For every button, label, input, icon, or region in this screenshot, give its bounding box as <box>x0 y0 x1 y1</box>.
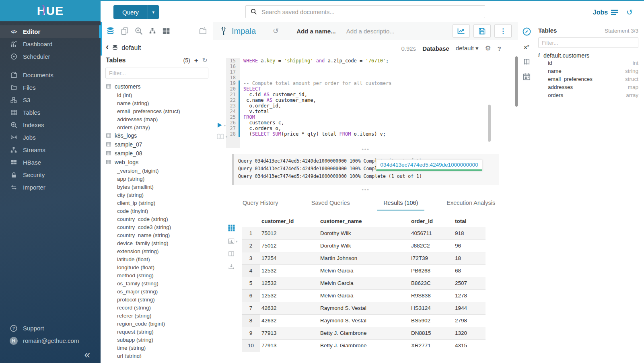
book-icon[interactable] <box>523 58 531 65</box>
tree-column[interactable]: os_family (string) <box>106 279 213 287</box>
table-row[interactable]: 742632Raymond S. VestalHS31241944 <box>242 302 486 314</box>
download-icon[interactable] <box>228 264 235 270</box>
table-row[interactable]: 612532Melvin GarciaR9S8381278 <box>242 289 486 302</box>
tree-column[interactable]: _version_ (bigint) <box>106 167 213 175</box>
tree-column[interactable]: protocol (string) <box>106 295 213 303</box>
column-header[interactable]: order_id <box>409 215 453 227</box>
tree-column[interactable]: longitude (float) <box>106 263 213 271</box>
editor-scrollbar[interactable] <box>488 105 491 142</box>
open-folder-icon[interactable] <box>199 27 207 35</box>
presentation-caret-icon[interactable]: ▾ <box>225 134 228 139</box>
sidebar-item-security[interactable]: Security <box>0 169 101 181</box>
sidebar-item-dashboard[interactable]: Dashboard <box>0 38 101 50</box>
sidebar-item-scheduler[interactable]: Scheduler <box>0 50 101 63</box>
tree-column[interactable]: url (string) <box>106 352 213 358</box>
tree-column[interactable]: bytes (smallint) <box>106 183 213 191</box>
query-description-field[interactable]: Add a descriptio... <box>346 28 395 35</box>
tree-table-sample-07[interactable]: sample_07 <box>106 140 213 149</box>
refresh-icon[interactable]: ↻ <box>202 57 208 64</box>
compass-icon[interactable] <box>523 27 531 36</box>
back-chevron-icon[interactable]: ‹ <box>106 43 109 52</box>
jobs-link[interactable]: Jobs <box>593 9 618 16</box>
column-header[interactable]: total <box>453 215 486 227</box>
table-row[interactable]: 412532Melvin GarciaPB626868 <box>242 264 486 277</box>
job-id-popover[interactable]: 034d413ec7474ed5:4249de1000000000 <box>376 159 482 171</box>
sidebar-item-hbase[interactable]: HBase <box>0 156 101 169</box>
sidebar-item-documents[interactable]: Documents <box>0 69 101 81</box>
x2-icon[interactable]: x² <box>524 43 529 51</box>
sidebar-footer-support[interactable]: ?Support <box>0 322 101 334</box>
resize-handle-2[interactable]: ••• <box>213 185 518 194</box>
query-button[interactable]: Query ▾ <box>113 5 159 19</box>
main-scrollbar[interactable] <box>515 56 518 107</box>
tree-column[interactable]: latitude (float) <box>106 255 213 263</box>
column-header[interactable]: customer_id <box>260 215 319 227</box>
tree-column[interactable]: request (string) <box>106 328 213 336</box>
chart-button[interactable] <box>453 24 470 38</box>
sitemap-icon[interactable] <box>149 28 156 34</box>
field-name[interactable]: orders <box>548 92 563 98</box>
table-row[interactable]: 977913Betty J. GiambroneDN88151320 <box>242 327 486 339</box>
presentation-mode-button[interactable]: ▾ <box>217 134 228 139</box>
search-input[interactable] <box>261 8 485 16</box>
copy-docs-icon[interactable] <box>121 27 129 35</box>
tree-column[interactable]: referer (string) <box>106 311 213 320</box>
tree-column[interactable]: email_preferences (struct) <box>106 107 213 115</box>
table-row[interactable]: 175012Dorothy Wilk4056711918 <box>242 227 486 239</box>
field-name[interactable]: email_preferences <box>548 76 593 82</box>
settings-gear-icon[interactable]: ⚙ <box>485 44 491 53</box>
tree-column[interactable]: country_name (string) <box>106 231 213 239</box>
db-icon[interactable] <box>106 27 115 35</box>
editor-history-icon[interactable]: ↺ <box>273 27 279 35</box>
tree-column[interactable]: method (string) <box>106 271 213 279</box>
query-name-field[interactable]: Add a name... <box>296 28 336 35</box>
tree-column[interactable]: time (string) <box>106 344 213 352</box>
hue-logo[interactable]: HUE) <box>0 0 101 21</box>
tree-table-sample-08[interactable]: sample_08 <box>106 149 213 158</box>
columns-icon[interactable] <box>228 251 235 257</box>
sidebar-footer-romain-gethue-com[interactable]: Rromain@gethue.com <box>0 334 101 347</box>
tree-column[interactable]: code (tinyint) <box>106 207 213 215</box>
tree-column[interactable]: orders (array) <box>106 123 213 131</box>
engine-name[interactable]: Impala <box>232 27 256 36</box>
field-name[interactable]: name <box>548 68 562 74</box>
tab-saved-queries[interactable]: Saved Queries <box>296 197 366 212</box>
calendar-icon[interactable] <box>523 73 531 80</box>
sidebar-item-streams[interactable]: Streams <box>0 144 101 156</box>
field-name[interactable]: id <box>548 60 552 66</box>
assist-filter-input[interactable] <box>105 68 208 78</box>
tree-column[interactable]: os_major (string) <box>106 287 213 295</box>
tree-column[interactable]: subapp (string) <box>106 336 213 344</box>
table-row[interactable]: 317254Martin JohnsonI72T3918 <box>242 252 486 264</box>
table-row[interactable]: 1077913Betty J. GiambroneXR27714315 <box>242 339 486 352</box>
add-table-icon[interactable]: + <box>194 57 198 64</box>
query-dropdown-caret[interactable]: ▾ <box>148 5 159 19</box>
save-button[interactable] <box>473 24 491 38</box>
tree-column[interactable]: app (string) <box>106 175 213 183</box>
tree-column[interactable]: region_code (bigint) <box>106 320 213 328</box>
tab-execution-analysis[interactable]: Execution Analysis <box>436 197 506 212</box>
execute-caret-icon[interactable]: ▾ <box>224 123 226 128</box>
grid-icon[interactable] <box>162 27 170 35</box>
code-editor[interactable]: 1516171819202122232425262728 WHERE a.key… <box>213 56 518 145</box>
right-filter-input[interactable] <box>538 37 638 48</box>
database-select[interactable]: default ▾ <box>456 45 479 52</box>
table-row[interactable]: 275012Dorothy WilkJ882C296 <box>242 239 486 252</box>
tree-column[interactable]: country_code (string) <box>106 215 213 223</box>
tree-table-web-logs[interactable]: web_logs <box>106 158 213 167</box>
sidebar-collapse-icon[interactable]: « <box>84 349 90 360</box>
query-history-icon[interactable]: ↺ <box>626 8 633 17</box>
tree-column[interactable]: addresses (map) <box>106 115 213 123</box>
tab-results-106-[interactable]: Results (106) <box>366 197 436 212</box>
sidebar-item-s3[interactable]: S3 <box>0 94 101 106</box>
sidebar-item-importer[interactable]: Importer <box>0 181 101 194</box>
tree-column[interactable]: client_ip (string) <box>106 199 213 207</box>
tree-column[interactable]: id (int) <box>106 91 213 99</box>
sidebar-item-jobs[interactable]: Jobs <box>0 131 101 144</box>
tree-column[interactable]: city (string) <box>106 191 213 199</box>
info-icon[interactable]: i <box>538 52 540 59</box>
sidebar-item-indexes[interactable]: Indexes <box>0 119 101 131</box>
editor-code[interactable]: WHERE a.key = 'shipping' and a.zip_code … <box>240 58 502 137</box>
tree-column[interactable]: device_family (string) <box>106 239 213 247</box>
more-options-button[interactable]: ⋮ <box>494 24 512 38</box>
